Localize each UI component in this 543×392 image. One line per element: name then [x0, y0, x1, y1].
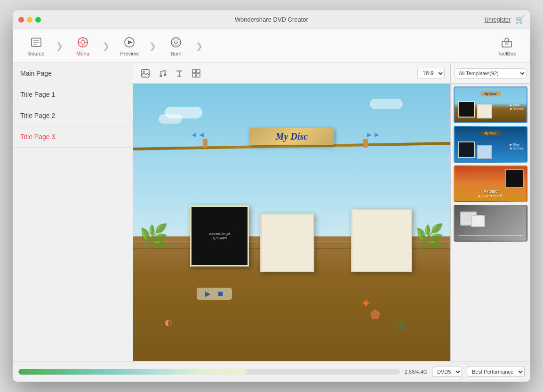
- image-tool-icon[interactable]: [139, 67, 152, 80]
- toolbar-burn[interactable]: Burn: [157, 31, 195, 61]
- menu-label: Menu: [76, 51, 89, 56]
- cloud-3: [370, 99, 403, 109]
- app-window: Wondershare DVD Creator Unregister 🛒 Sou…: [13, 10, 530, 382]
- title-bar-right: Unregister 🛒: [485, 15, 525, 24]
- arrow-3: ❯: [149, 41, 156, 51]
- toolbox-icon: [500, 36, 513, 49]
- burn-label: Burn: [170, 51, 181, 56]
- photo-frame-2: [260, 213, 314, 272]
- tmpl3-play: ▶ PLAY: [479, 194, 489, 197]
- dvd-type-select[interactable]: DVD5 DVD9: [432, 367, 462, 377]
- traffic-lights: [18, 17, 41, 23]
- template-thumb-1[interactable]: My Disc ▶ Play■ Scenes: [454, 86, 527, 123]
- storage-text: 2.66/4.4G: [405, 369, 427, 375]
- svg-point-5: [81, 40, 85, 44]
- toolbar-preview[interactable]: Preview: [111, 31, 148, 61]
- maximize-button[interactable]: [35, 17, 41, 23]
- tmpl3-photo: [505, 169, 524, 188]
- clothespin-left: [203, 139, 208, 148]
- right-panel: All Templates(92) My Disc ▶ Play■ Scenes…: [450, 63, 530, 361]
- tmpl4-frame2: [471, 215, 485, 227]
- performance-select[interactable]: Best Performance Standard Fast: [467, 367, 525, 377]
- source-label: Source: [28, 51, 45, 56]
- page-item-title2[interactable]: Title Page 2: [13, 105, 133, 126]
- minimize-button[interactable]: [27, 17, 32, 23]
- title-bar: Wondershare DVD Creator Unregister 🛒: [13, 10, 530, 29]
- cart-icon[interactable]: 🛒: [515, 15, 525, 24]
- svg-rect-24: [192, 70, 196, 73]
- toolbar-menu[interactable]: Menu: [64, 31, 102, 61]
- tmpl1-playscenes: ▶ Play■ Scenes: [510, 103, 524, 110]
- main-content: Main Page Title Page 1 Title Page 2 Titl…: [13, 63, 530, 361]
- template-thumb-2[interactable]: My Disc ▶ Play■ Scenes: [454, 126, 527, 163]
- tmpl3-scene: ■ SCENE: [490, 194, 503, 197]
- storage-progress-bar: [18, 369, 400, 375]
- tmpl1-label: My Disc: [480, 91, 500, 96]
- arrow-right: ►►: [366, 131, 381, 139]
- plant-left: 🌿: [139, 223, 168, 250]
- arrow-2: ❯: [103, 41, 110, 51]
- templates-header: All Templates(92): [451, 63, 530, 84]
- clothespin-right: [363, 139, 368, 148]
- photo-dark: ഭൊണ്ഡ്നൂൾടൂ൩ഷ്ഞ: [192, 207, 248, 265]
- svg-point-14: [173, 39, 179, 46]
- progress-fill: [18, 369, 247, 375]
- seashell-decoration: ◐: [165, 317, 172, 328]
- menu-icon: [76, 36, 89, 49]
- window-title: Wondershare DVD Creator: [235, 16, 308, 23]
- text-tool-icon[interactable]: [173, 67, 186, 80]
- disc-title: My Disc: [276, 131, 308, 141]
- svg-point-18: [143, 71, 144, 72]
- main-toolbar: Source ❯ Menu ❯: [13, 29, 530, 63]
- playback-controls: ▶ ⏹: [197, 288, 232, 300]
- photo-frame-1: ഭൊണ്ഡ്നൂൾടൂ൩ഷ്ഞ: [190, 205, 249, 267]
- preview-icon: [123, 36, 136, 49]
- play-icon[interactable]: ▶: [205, 290, 210, 298]
- photo-frame-3: [351, 209, 412, 272]
- tmpl2-label: My Disc: [480, 131, 500, 136]
- page-item-main[interactable]: Main Page: [13, 63, 133, 84]
- tmpl2-photo2: [477, 145, 492, 159]
- arrow-left: ◄◄: [190, 131, 205, 139]
- preview-label: Preview: [120, 51, 138, 56]
- svg-rect-27: [197, 74, 200, 77]
- pages-panel: Main Page Title Page 1 Title Page 2 Titl…: [13, 63, 133, 361]
- bottom-bar: 2.66/4.4G DVD5 DVD9 Best Performance Sta…: [13, 361, 530, 382]
- tmpl4-line: [458, 235, 523, 236]
- grid-tool-icon[interactable]: [190, 67, 203, 80]
- page-item-title3[interactable]: Title Page 3: [13, 126, 133, 148]
- toolbar-toolbox[interactable]: ToolBox: [488, 31, 526, 61]
- svg-point-13: [175, 41, 177, 44]
- stop-icon[interactable]: ⏹: [217, 290, 224, 298]
- templates-list: My Disc ▶ Play■ Scenes My Disc ▶ Play■ S…: [451, 84, 530, 361]
- tmpl2-playscenes: ▶ Play■ Scenes: [510, 143, 524, 150]
- plant-right: 🌿: [415, 223, 444, 250]
- unregister-link[interactable]: Unregister: [485, 16, 511, 23]
- disc-sign: My Disc: [249, 128, 334, 145]
- toolbox-label: ToolBox: [497, 51, 516, 56]
- music-tool-icon[interactable]: [156, 67, 169, 80]
- photo-text: ഭൊണ്ഡ്നൂൾടൂ൩ഷ്ഞ: [209, 232, 230, 241]
- preview-canvas: ◄◄ ►► My Disc 🌿 🌿 ഭൊണ്ഡ്നൂൾടൂ൩ഷ്ഞ: [133, 84, 450, 361]
- source-icon: [30, 36, 43, 49]
- tmpl1-photo1: [458, 101, 475, 118]
- cloud-2: [159, 114, 182, 124]
- aspect-ratio-select[interactable]: 16:9 4:3: [417, 68, 445, 79]
- svg-rect-26: [192, 74, 196, 77]
- arrow-1: ❯: [56, 41, 63, 51]
- arrow-4: ❯: [196, 41, 203, 51]
- close-button[interactable]: [18, 17, 24, 23]
- template-thumb-3[interactable]: MY DISC ▶ PLAY ■ SCENE: [454, 165, 527, 202]
- svg-rect-16: [505, 43, 508, 44]
- burn-icon: [169, 36, 183, 49]
- template-thumb-4[interactable]: [454, 205, 527, 242]
- tmpl3-disc-label: MY DISC: [458, 190, 523, 193]
- tmpl1-photo2: [477, 104, 492, 118]
- toolbar-source[interactable]: Source: [17, 31, 55, 61]
- shell-decoration: ⬟: [370, 307, 381, 322]
- sub-toolbar: 16:9 4:3: [133, 63, 450, 84]
- svg-rect-25: [197, 70, 200, 73]
- page-item-title1[interactable]: Title Page 1: [13, 84, 133, 105]
- svg-marker-11: [128, 40, 133, 44]
- templates-select[interactable]: All Templates(92): [455, 68, 527, 78]
